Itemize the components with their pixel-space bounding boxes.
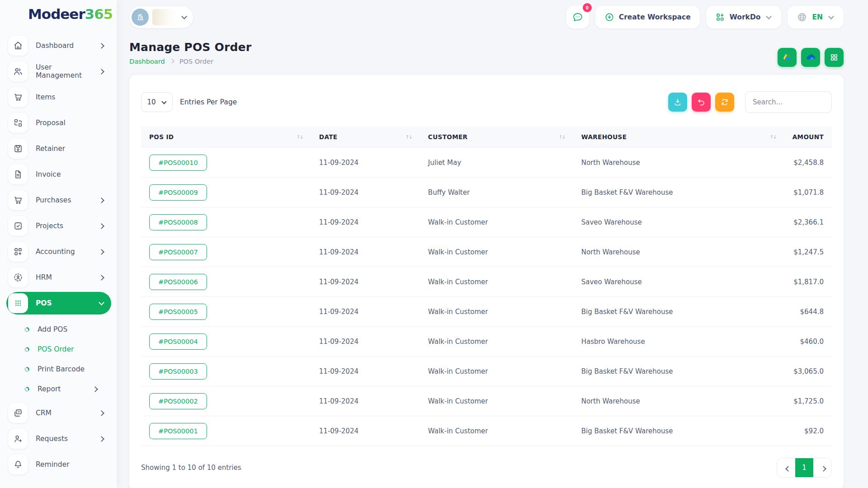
sidebar-item-retainer[interactable]: Retainer xyxy=(6,137,111,160)
brand-logo[interactable]: Modeer365 xyxy=(0,0,117,28)
table-row[interactable]: #POS00003 11-09-2024 Walk-in Customer Bi… xyxy=(141,357,832,386)
onedrive-button[interactable] xyxy=(801,48,820,67)
column-header-customer[interactable]: CUSTOMER↑↓ xyxy=(420,127,573,148)
sort-icon[interactable]: ↑↓ xyxy=(769,134,776,140)
cell-warehouse: North Warehouse xyxy=(573,237,784,267)
pos-id-badge[interactable]: #POS00009 xyxy=(149,184,207,201)
submenu-item-pos-order[interactable]: POS Order xyxy=(6,339,111,359)
table-row[interactable]: #POS00008 11-09-2024 Walk-in Customer Sa… xyxy=(141,207,832,237)
cell-date: 11-09-2024 xyxy=(311,237,420,267)
column-header-pos-id[interactable]: POS ID↑↓ xyxy=(141,127,311,148)
pos-id-badge[interactable]: #POS00008 xyxy=(149,214,207,230)
submenu-item-print-barcode[interactable]: Print Barcode xyxy=(6,359,111,379)
sidebar-item-items[interactable]: Items xyxy=(6,86,111,108)
cell-date: 11-09-2024 xyxy=(311,267,420,297)
chevron-down-icon xyxy=(827,14,835,21)
column-header-warehouse[interactable]: WAREHOUSE↑↓ xyxy=(573,127,784,148)
pos-id-badge[interactable]: #POS00010 xyxy=(149,155,207,171)
table-row[interactable]: #POS00005 11-09-2024 Walk-in Customer Bi… xyxy=(141,297,832,327)
cell-warehouse: North Warehouse xyxy=(573,386,784,416)
table-row[interactable]: #POS00001 11-09-2024 Walk-in Customer Bi… xyxy=(141,416,832,446)
table-row[interactable]: #POS00006 11-09-2024 Walk-in Customer Sa… xyxy=(141,267,832,297)
entries-per-page-label: Entries Per Page xyxy=(180,98,237,106)
cell-date: 11-09-2024 xyxy=(311,297,420,327)
brand-name-primary: Modeer xyxy=(28,6,85,22)
pos-id-badge[interactable]: #POS00004 xyxy=(149,333,207,350)
proposal-icon xyxy=(8,113,28,133)
sidebar-item-reminder[interactable]: Reminder xyxy=(6,453,111,476)
grid-view-button[interactable] xyxy=(825,48,844,67)
cell-date: 11-09-2024 xyxy=(311,357,420,386)
bullet-icon xyxy=(24,347,29,352)
messages-button[interactable]: 0 xyxy=(566,6,589,28)
table-header-row: POS ID↑↓ DATE↑↓ CUSTOMER↑↓ WAREHOUSE↑↓ A… xyxy=(141,127,832,148)
table-controls: 10 Entries Per Page xyxy=(141,91,832,113)
sidebar-item-user-management[interactable]: User Management xyxy=(6,60,111,83)
pos-dots-icon xyxy=(8,293,28,313)
table-row[interactable]: #POS00004 11-09-2024 Walk-in Customer Ha… xyxy=(141,327,832,357)
main-area: 0 Create Workspace WorkDo xyxy=(117,0,868,488)
undo-icon xyxy=(697,98,706,107)
sidebar-item-projects[interactable]: Projects xyxy=(6,215,111,237)
table-row[interactable]: #POS00007 11-09-2024 Walk-in Customer No… xyxy=(141,237,832,267)
chevron-right-icon xyxy=(91,385,99,393)
apps-grid-icon xyxy=(715,12,725,22)
topbar-actions: 0 Create Workspace WorkDo xyxy=(566,6,844,28)
next-page-button[interactable] xyxy=(813,458,831,477)
sort-icon[interactable]: ↑↓ xyxy=(558,134,565,140)
sidebar-item-requests[interactable]: Requests xyxy=(6,427,111,450)
globe-icon xyxy=(797,12,807,23)
table-row[interactable]: #POS00002 11-09-2024 Walk-in Customer No… xyxy=(141,386,832,416)
cell-customer: Walk-in Customer xyxy=(420,237,573,267)
building-icon xyxy=(132,9,149,26)
pos-id-badge[interactable]: #POS00007 xyxy=(149,244,207,260)
pos-id-badge[interactable]: #POS00005 xyxy=(149,304,207,320)
refresh-button[interactable] xyxy=(715,93,734,112)
submenu-item-report[interactable]: Report xyxy=(6,379,111,399)
sidebar-item-dashboard[interactable]: Dashboard xyxy=(6,34,111,57)
sort-icon[interactable]: ↑↓ xyxy=(296,134,302,140)
cell-amount: $92.0 xyxy=(784,416,832,446)
sort-icon[interactable]: ↑↓ xyxy=(405,134,411,140)
sidebar-item-accounting[interactable]: Accounting xyxy=(6,240,111,263)
table-row[interactable]: #POS00009 11-09-2024 Buffy Walter Big Ba… xyxy=(141,178,832,207)
submenu-item-add-pos[interactable]: Add POS xyxy=(6,319,111,339)
previous-page-button[interactable] xyxy=(777,458,795,477)
hrm-icon xyxy=(8,267,28,287)
undo-button[interactable] xyxy=(692,93,711,112)
workspace-selector[interactable] xyxy=(129,6,193,28)
pos-submenu: Add POS POS Order Print Barcode Report xyxy=(6,318,111,402)
cell-date: 11-09-2024 xyxy=(311,416,420,446)
column-header-date[interactable]: DATE↑↓ xyxy=(311,127,420,148)
bullet-icon xyxy=(24,387,29,392)
workdo-dropdown[interactable]: WorkDo xyxy=(706,6,782,28)
create-workspace-button[interactable]: Create Workspace xyxy=(595,6,700,28)
entries-per-page-select[interactable]: 10 xyxy=(141,92,173,112)
search-input[interactable] xyxy=(745,91,832,113)
pos-id-badge[interactable]: #POS00006 xyxy=(149,274,207,290)
sidebar-item-pos[interactable]: POS xyxy=(6,292,111,314)
chevron-left-icon xyxy=(783,465,789,470)
cell-warehouse: Hasbro Warehouse xyxy=(573,327,784,357)
pos-order-card: 10 Entries Per Page xyxy=(129,75,844,488)
plus-circle-icon xyxy=(604,12,614,22)
chat-icon xyxy=(572,11,584,23)
current-page[interactable]: 1 xyxy=(795,458,813,477)
sidebar-item-crm[interactable]: CRM xyxy=(6,402,111,424)
sidebar-item-purchases[interactable]: Purchases xyxy=(6,189,111,211)
cell-warehouse: Saveo Warehouse xyxy=(573,207,784,237)
google-drive-button[interactable] xyxy=(778,48,797,67)
sidebar-item-proposal[interactable]: Proposal xyxy=(6,112,111,134)
export-button[interactable] xyxy=(668,93,687,112)
pos-id-badge[interactable]: #POS00002 xyxy=(149,393,207,409)
language-dropdown[interactable]: EN xyxy=(788,6,844,28)
table-row[interactable]: #POS00010 11-09-2024 Juliet May North Wa… xyxy=(141,148,832,178)
sidebar-item-invoice[interactable]: Invoice xyxy=(6,163,111,186)
breadcrumb-dashboard-link[interactable]: Dashboard xyxy=(129,58,165,65)
pos-id-badge[interactable]: #POS00001 xyxy=(149,423,207,439)
pos-id-badge[interactable]: #POS00003 xyxy=(149,363,207,380)
column-header-amount[interactable]: AMOUNT xyxy=(784,127,832,148)
projects-icon xyxy=(8,216,28,236)
sidebar-item-hrm[interactable]: HRM xyxy=(6,266,111,289)
page-head: Manage POS Order Dashboard POS Order xyxy=(129,41,844,67)
